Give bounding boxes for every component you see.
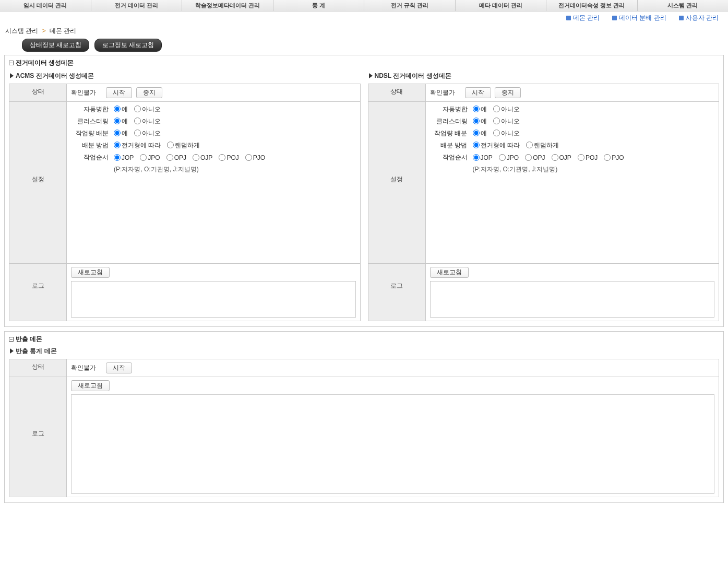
refresh-log-button[interactable]: 로그정보 새로고침: [94, 39, 162, 52]
triangle-icon: [369, 73, 373, 78]
card-export: 반출 통계 데몬 상태 확인불가 시작 로그 새로고침: [9, 347, 719, 497]
ndsl-order-2[interactable]: OPJ: [525, 154, 545, 161]
acms-clustering-yes[interactable]: 예: [114, 117, 128, 126]
label-log: 로그: [9, 377, 67, 497]
nav-item-5[interactable]: 메타 데이터 관리: [456, 0, 547, 11]
acms-distmethod-type[interactable]: 전거형에 따라: [114, 141, 161, 150]
export-log-box: [71, 394, 714, 494]
acms-log-refresh-button[interactable]: 새로고침: [71, 267, 110, 278]
ndsl-stop-button[interactable]: 중지: [495, 87, 521, 98]
acms-stop-button[interactable]: 중지: [136, 87, 162, 98]
breadcrumb: 시스템 관리 > 데몬 관리: [0, 24, 728, 39]
ndsl-start-button[interactable]: 시작: [465, 87, 491, 98]
refresh-pills: 상태정보 새로고침 로그정보 새로고침: [0, 39, 728, 55]
ndsl-log-refresh-button[interactable]: 새로고침: [430, 267, 469, 278]
panel-title-2: 반출 데몬: [9, 335, 719, 344]
ndsl-clustering-yes[interactable]: 예: [473, 117, 487, 126]
ndsl-order-0[interactable]: JOP: [473, 154, 493, 161]
export-status-value: 확인불가: [71, 364, 100, 372]
triangle-icon: [10, 348, 14, 354]
ndsl-order-4[interactable]: POJ: [578, 154, 598, 161]
export-start-button[interactable]: 시작: [106, 362, 132, 373]
sublink-dist[interactable]: 데이터 분배 관리: [612, 14, 666, 22]
sublink-user[interactable]: 사용자 관리: [679, 14, 719, 22]
nav-item-6[interactable]: 전거데이터속성 정보 관리: [546, 0, 638, 11]
acms-automerge-yes[interactable]: 예: [114, 105, 128, 114]
acms-start-button[interactable]: 시작: [106, 87, 132, 98]
label-status: 상태: [368, 84, 425, 102]
nav-item-1[interactable]: 전거 데이터 관리: [91, 0, 183, 11]
label-settings: 설정: [9, 102, 67, 264]
label-status: 상태: [9, 84, 67, 102]
crumb-sep: >: [42, 27, 46, 34]
nav-item-2[interactable]: 학술정보메타데이터 관리: [182, 0, 273, 11]
card-title-acms: ACMS 전거데이터 생성데몬: [10, 72, 361, 80]
sublink-dist-label: 데이터 분배 관리: [619, 14, 666, 21]
export-log-refresh-button[interactable]: 새로고침: [71, 380, 110, 391]
ndsl-workdist-no[interactable]: 아니오: [493, 129, 520, 138]
nav-item-4[interactable]: 전거 규칙 관리: [364, 0, 456, 11]
crumb-a: 시스템 관리: [5, 27, 38, 34]
nav-item-3[interactable]: 통 계: [273, 0, 365, 11]
panel-export-daemon: 반출 데몬 반출 통계 데몬 상태 확인불가 시작 로그 새로고침: [4, 331, 724, 503]
bullet-icon: [679, 16, 684, 20]
ndsl-log-box: [430, 281, 715, 318]
sublink-daemon-label: 데몬 관리: [573, 14, 600, 21]
acms-workdist-no[interactable]: 아니오: [134, 129, 161, 138]
nav-item-7[interactable]: 시스템 관리: [638, 0, 729, 11]
card-acms: ACMS 전거데이터 생성데몬 상태 확인불가 시작 중지 설정 자동병합 예: [9, 71, 361, 321]
ndsl-distmethod-type[interactable]: 전거형에 따라: [473, 141, 520, 150]
ndsl-order-3[interactable]: OJP: [552, 154, 571, 161]
panel-title-1: 전거데이터 생성데몬: [9, 58, 719, 67]
ndsl-distmethod-random[interactable]: 랜덤하게: [526, 141, 559, 150]
card-ndsl: NDSL 전거데이터 생성데몬 상태 확인불가 시작 중지 설정 자동병합 예: [368, 71, 720, 321]
acms-log-box: [71, 281, 356, 318]
acms-automerge-no[interactable]: 아니오: [134, 105, 161, 114]
acms-workdist-yes[interactable]: 예: [114, 129, 128, 138]
acms-order-5[interactable]: PJO: [245, 154, 265, 161]
sublink-user-label: 사용자 관리: [686, 14, 719, 21]
ndsl-status-value: 확인불가: [430, 88, 459, 97]
sublink-daemon[interactable]: 데몬 관리: [566, 14, 600, 22]
panel-auth-daemon: 전거데이터 생성데몬 ACMS 전거데이터 생성데몬 상태 확인불가 시작 중지…: [4, 55, 724, 327]
refresh-status-button[interactable]: 상태정보 새로고침: [22, 39, 89, 52]
card-title-ndsl: NDSL 전거데이터 생성데몬: [369, 72, 720, 80]
card-title-export: 반출 통계 데몬: [10, 347, 719, 356]
label-settings: 설정: [368, 102, 425, 264]
acms-order-3[interactable]: OJP: [193, 154, 212, 161]
ndsl-clustering-no[interactable]: 아니오: [493, 117, 520, 126]
label-status: 상태: [9, 359, 67, 377]
ndsl-automerge-no[interactable]: 아니오: [493, 105, 520, 114]
acms-clustering-no[interactable]: 아니오: [134, 117, 161, 126]
acms-order-0[interactable]: JOP: [114, 154, 134, 161]
ndsl-workdist-yes[interactable]: 예: [473, 129, 487, 138]
nav-item-0[interactable]: 임시 데이터 관리: [0, 0, 91, 11]
acms-order-2[interactable]: OPJ: [166, 154, 186, 161]
box-icon: [9, 61, 14, 65]
crumb-b: 데몬 관리: [50, 27, 76, 34]
label-log: 로그: [368, 264, 425, 321]
bullet-icon: [612, 16, 617, 20]
box-icon: [9, 337, 14, 342]
bullet-icon: [566, 16, 571, 20]
top-nav: 임시 데이터 관리 전거 데이터 관리 학술정보메타데이터 관리 통 계 전거 …: [0, 0, 728, 11]
ndsl-order-1[interactable]: JPO: [499, 154, 519, 161]
label-log: 로그: [9, 264, 67, 321]
acms-order-1[interactable]: JPO: [140, 154, 160, 161]
order-hint: (P:저자명, O:기관명, J:저널명): [473, 165, 715, 174]
acms-settings: 자동병합 예 아니오 클러스터링 예 아니오 작업량 배분 예 아니오 배분 방…: [67, 102, 361, 264]
acms-order-4[interactable]: POJ: [219, 154, 238, 161]
triangle-icon: [10, 73, 14, 78]
order-hint: (P:저자명, O:기관명, J:저널명): [114, 165, 356, 174]
ndsl-order-5[interactable]: PJO: [604, 154, 624, 161]
ndsl-settings: 자동병합 예 아니오 클러스터링 예 아니오 작업량 배분 예 아니오 배분 방…: [425, 102, 719, 264]
sub-links: 데몬 관리 데이터 분배 관리 사용자 관리: [0, 11, 728, 24]
acms-distmethod-random[interactable]: 랜덤하게: [167, 141, 200, 150]
ndsl-automerge-yes[interactable]: 예: [473, 105, 487, 114]
acms-status-value: 확인불가: [71, 88, 100, 97]
